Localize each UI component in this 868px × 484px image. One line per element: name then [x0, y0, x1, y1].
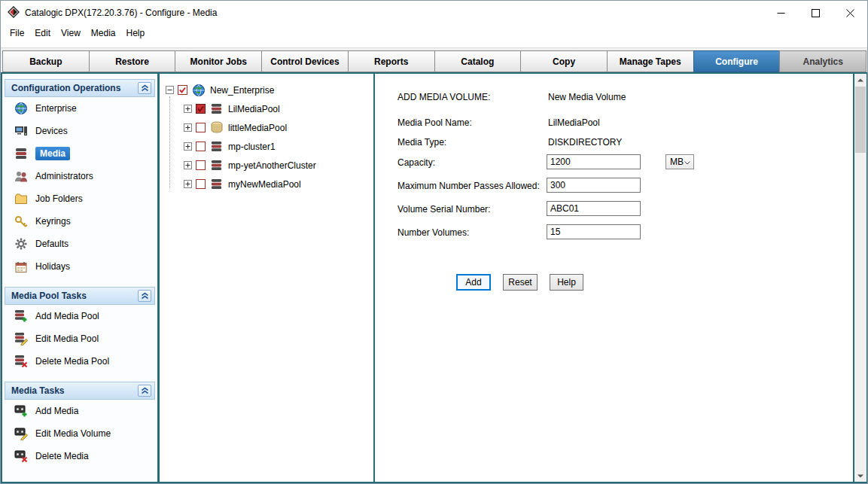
sidebar-item-label: Delete Media Pool: [35, 356, 109, 367]
tree-item-lilmediapool[interactable]: LilMediaPool: [166, 99, 373, 118]
tree-item-label: LilMediaPool: [228, 104, 280, 114]
tree-root-checkbox[interactable]: [178, 85, 187, 95]
tree-item-mp-cluster1[interactable]: mp-cluster1: [166, 137, 373, 156]
vertical-scrollbar[interactable]: [854, 74, 866, 482]
number-volumes-label: Number Volumes:: [397, 227, 469, 238]
devices-icon: [14, 125, 29, 137]
scrollbar-up-button[interactable]: [854, 74, 866, 86]
tab-reports[interactable]: Reports: [348, 50, 435, 72]
help-button[interactable]: Help: [550, 274, 583, 291]
serial-number-input[interactable]: [547, 201, 641, 216]
reset-button[interactable]: Reset: [503, 274, 538, 291]
tab-analytics[interactable]: Analytics: [779, 50, 866, 72]
scrollbar-thumb[interactable]: [855, 87, 866, 153]
sidebar-item-label: Keyrings: [35, 216, 71, 227]
menu-edit[interactable]: Edit: [29, 26, 56, 41]
menu-help[interactable]: Help: [121, 26, 151, 41]
section-title: Configuration Operations: [11, 83, 120, 93]
tab-monitor-jobs[interactable]: Monitor Jobs: [175, 50, 262, 72]
tree-item-checkbox[interactable]: [196, 160, 206, 170]
tree-item-littlemediapool[interactable]: littleMediaPool: [166, 118, 373, 137]
sidebar-item-label: Edit Media Pool: [35, 333, 99, 344]
scrollbar-down-button[interactable]: [854, 470, 866, 482]
tree-expand-toggle[interactable]: [184, 142, 192, 151]
capacity-label: Capacity:: [397, 157, 435, 168]
sidebar-item-devices[interactable]: Devices: [5, 120, 155, 142]
tree-item-checkbox[interactable]: [196, 179, 206, 189]
tree-item-checkbox[interactable]: [196, 104, 206, 114]
tree-expand-toggle[interactable]: [184, 123, 192, 132]
tree-expand-toggle[interactable]: [184, 180, 192, 188]
tab-backup[interactable]: Backup: [2, 50, 90, 72]
tab-restore[interactable]: Restore: [89, 50, 176, 72]
sidebar-item-delete-media[interactable]: Delete Media: [5, 445, 155, 467]
media-type-label: Media Type:: [397, 137, 446, 148]
chevrons-up-icon: [141, 84, 149, 92]
add-button[interactable]: Add: [456, 274, 491, 291]
tree-item-mp-yetanothercluster[interactable]: mp-yetAnotherCluster: [166, 156, 373, 175]
maximize-button[interactable]: [798, 1, 833, 25]
arrow-up-icon: [857, 78, 863, 82]
collapse-section-button[interactable]: [138, 290, 151, 302]
collapse-section-button[interactable]: [138, 82, 151, 94]
section-header-configuration-operations: Configuration Operations: [5, 79, 155, 97]
tab-manage-tapes[interactable]: Manage Tapes: [607, 50, 694, 72]
media-pool-icon: [209, 178, 224, 190]
capacity-input[interactable]: [547, 154, 641, 169]
sidebar-item-defaults[interactable]: Defaults: [5, 233, 155, 255]
tab-copy[interactable]: Copy: [520, 50, 608, 72]
tree-item-mynewmediapool[interactable]: myNewMediaPool: [166, 175, 373, 193]
number-volumes-input[interactable]: [547, 224, 641, 239]
sidebar-item-keyrings[interactable]: Keyrings: [5, 210, 155, 233]
menu-file[interactable]: File: [5, 26, 29, 41]
sidebar-item-delete-media-pool[interactable]: Delete Media Pool: [5, 350, 155, 373]
menu-view[interactable]: View: [56, 26, 86, 41]
sidebar-item-label: Edit Media Volume: [35, 428, 111, 439]
tree-root-row[interactable]: New_Enterprise: [166, 81, 373, 99]
capacity-unit-value: MB: [670, 157, 684, 167]
tree-item-label: mp-yetAnotherCluster: [228, 160, 316, 171]
delete-media-pool-icon: [14, 355, 29, 368]
sidebar-item-edit-media-pool[interactable]: Edit Media Pool: [5, 327, 155, 350]
media-pool-name-value: LilMediaPool: [548, 117, 600, 128]
tab-control-devices[interactable]: Control Devices: [261, 50, 349, 72]
tabstrip: Backup Restore Monitor Jobs Control Devi…: [1, 47, 867, 72]
minimize-button[interactable]: [763, 1, 798, 25]
sidebar-item-label: Administrators: [35, 171, 93, 181]
sidebar-item-administrators[interactable]: Administrators: [5, 165, 155, 187]
media-pool-icon: [209, 160, 224, 172]
capacity-unit-select[interactable]: MB: [665, 154, 694, 169]
tab-catalog[interactable]: Catalog: [434, 50, 522, 72]
close-button[interactable]: [833, 1, 867, 25]
sidebar-item-label: Add Media: [35, 406, 78, 416]
sidebar-item-enterprise[interactable]: Enterprise: [5, 97, 155, 120]
globe-icon: [14, 102, 29, 115]
sidebar-item-edit-media-volume[interactable]: Edit Media Volume: [5, 422, 155, 445]
sidebar-item-add-media[interactable]: Add Media: [5, 400, 155, 422]
tree-panel: New_Enterprise LilMediaPool: [160, 74, 373, 482]
edit-media-pool-icon: [14, 332, 29, 345]
folder-icon: [14, 193, 29, 205]
sidebar-item-add-media-pool[interactable]: Add Media Pool: [5, 305, 155, 327]
sidebar-item-job-folders[interactable]: Job Folders: [5, 187, 155, 210]
section-title: Media Pool Tasks: [11, 291, 87, 301]
sidebar: Configuration Operations Enterprise Devi…: [2, 74, 157, 482]
tab-configure[interactable]: Configure: [693, 50, 781, 72]
sidebar-item-media[interactable]: Media: [5, 142, 155, 165]
tree-collapse-toggle[interactable]: [166, 86, 174, 94]
sidebar-item-holidays[interactable]: Holidays: [5, 255, 155, 278]
collapse-section-button[interactable]: [138, 385, 151, 397]
tree-item-label: littleMediaPool: [228, 123, 287, 133]
media-pool-icon: [209, 103, 224, 115]
tree-item-checkbox[interactable]: [196, 123, 206, 132]
tree-item-label: mp-cluster1: [228, 142, 276, 152]
tree-item-checkbox[interactable]: [196, 142, 206, 151]
gear-icon: [14, 237, 29, 251]
max-passes-input[interactable]: [547, 178, 641, 193]
tree-expand-toggle[interactable]: [184, 105, 192, 113]
tree-expand-toggle[interactable]: [184, 161, 192, 169]
menu-media[interactable]: Media: [86, 26, 121, 41]
arrow-down-icon: [857, 474, 863, 478]
sidebar-item-label: Media: [35, 147, 70, 160]
delete-media-icon: [14, 449, 29, 463]
